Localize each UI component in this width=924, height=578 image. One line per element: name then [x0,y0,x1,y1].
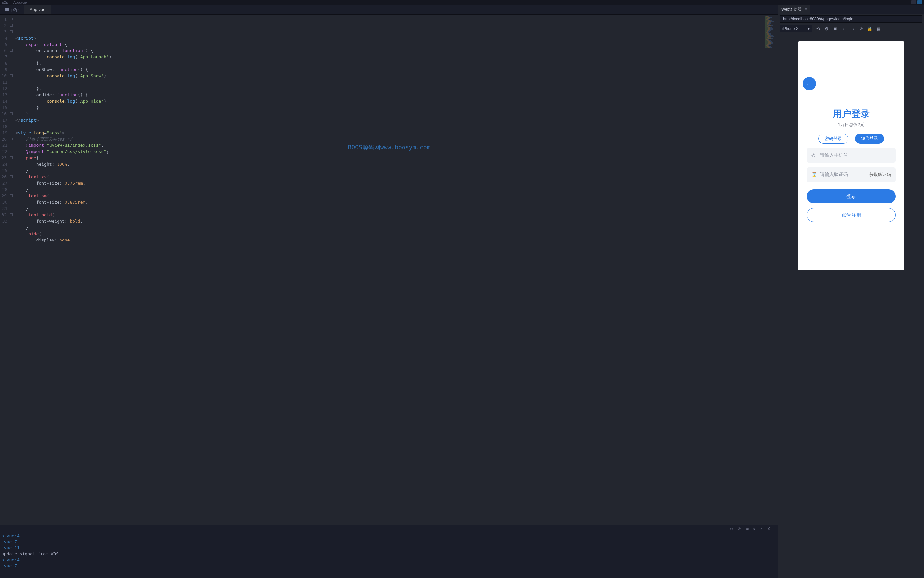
browser-tab-bar: Web浏览器 × [778,5,924,14]
folder-icon [5,8,9,11]
console-output[interactable]: p.vue:4.vue:7.vue:11 update signal from … [0,533,778,578]
back-icon[interactable]: ← [841,26,847,31]
breadcrumb: p2p › App.vue [0,0,924,5]
tab-label: p2p [11,7,19,12]
editor-tab-bar: p2p App.vue [0,5,778,15]
forward-icon[interactable]: → [850,26,855,31]
gear-icon[interactable]: ⚙ [824,26,829,31]
rotate-icon[interactable]: ⟲ [815,26,821,31]
console-export-icon[interactable]: ⇱ [753,526,756,532]
phone-frame: ← 用户登录 1万日息仅2元 密码登录 短信登录 ✆ 请输入手机号 ⌛ 请输入验… [798,41,904,270]
tab-app-vue[interactable]: App.vue [24,5,51,14]
back-button[interactable]: ← [803,77,816,90]
chevron-down-icon: ▾ [808,26,810,31]
tab-p2p-folder[interactable]: p2p [0,5,24,14]
login-title: 用户登录 [798,108,904,120]
lock-icon[interactable]: 🔒 [867,26,872,31]
address-bar-row [778,14,924,24]
console-toolbar: ⊘ ⟳ ▣ ⇱ ∧ X⫟ [0,525,778,533]
close-icon[interactable]: × [805,7,807,11]
verify-code-field[interactable]: ⌛ 请输入验证码 获取验证码 [807,167,896,182]
arrow-left-icon: ← [806,80,813,88]
phone-number-field[interactable]: ✆ 请输入手机号 [807,148,896,163]
get-code-button[interactable]: 获取验证码 [869,172,891,178]
login-button[interactable]: 登录 [807,189,896,203]
console-close-icon[interactable]: X⫟ [768,526,774,532]
hourglass-icon: ⌛ [811,172,817,177]
console-screen-icon[interactable]: ▣ [746,526,748,532]
device-select[interactable]: iPhone X ▾ [780,25,812,32]
tab-label: App.vue [29,7,46,12]
qr-icon[interactable]: ▦ [876,26,881,31]
device-toolbar: iPhone X ▾ ⟲ ⚙ ▣ ← → ⟳ 🔒 ▦ [778,24,924,33]
line-number-gutter: 1 2 3 4 5 6 7 8 9 10 11 12 13 14 15 16 1… [0,15,14,525]
breadcrumb-root[interactable]: p2p [2,0,8,4]
console-collapse-up-icon[interactable]: ∧ [760,526,763,532]
preview-stage: ← 用户登录 1万日息仅2元 密码登录 短信登录 ✆ 请输入手机号 ⌛ 请输入验… [778,33,924,578]
code-editor[interactable]: 1 2 3 4 5 6 7 8 9 10 11 12 13 14 15 16 1… [0,15,778,525]
tab-sms-login[interactable]: 短信登录 [855,133,884,143]
login-subtitle: 1万日息仅2元 [798,122,904,128]
console-panel: ⊘ ⟳ ▣ ⇱ ∧ X⫟ p.vue:4.vue:7.vue:11 update… [0,525,778,578]
browser-tab[interactable]: Web浏览器 × [778,5,810,14]
browser-tab-title: Web浏览器 [781,6,801,12]
register-button[interactable]: 账号注册 [807,208,896,222]
console-stop-icon[interactable]: ⊘ [730,526,733,532]
code-placeholder: 请输入验证码 [820,172,848,178]
topbar-action-1[interactable] [911,0,916,4]
web-preview-panel: Web浏览器 × iPhone X ▾ ⟲ ⚙ ▣ ← → ⟳ 🔒 ▦ ← [778,5,924,578]
code-content[interactable]: <script> export default { onLaunch: func… [14,15,765,525]
phone-icon: ✆ [811,153,817,158]
topbar-action-2[interactable] [917,0,922,4]
screenshot-icon[interactable]: ▣ [833,26,838,31]
tab-password-login[interactable]: 密码登录 [818,133,848,143]
minimap[interactable] [765,15,778,525]
breadcrumb-file[interactable]: App.vue [13,0,27,4]
reload-icon[interactable]: ⟳ [859,26,864,31]
phone-placeholder: 请输入手机号 [820,153,848,158]
address-bar[interactable] [780,15,922,23]
console-reload-icon[interactable]: ⟳ [737,526,741,532]
